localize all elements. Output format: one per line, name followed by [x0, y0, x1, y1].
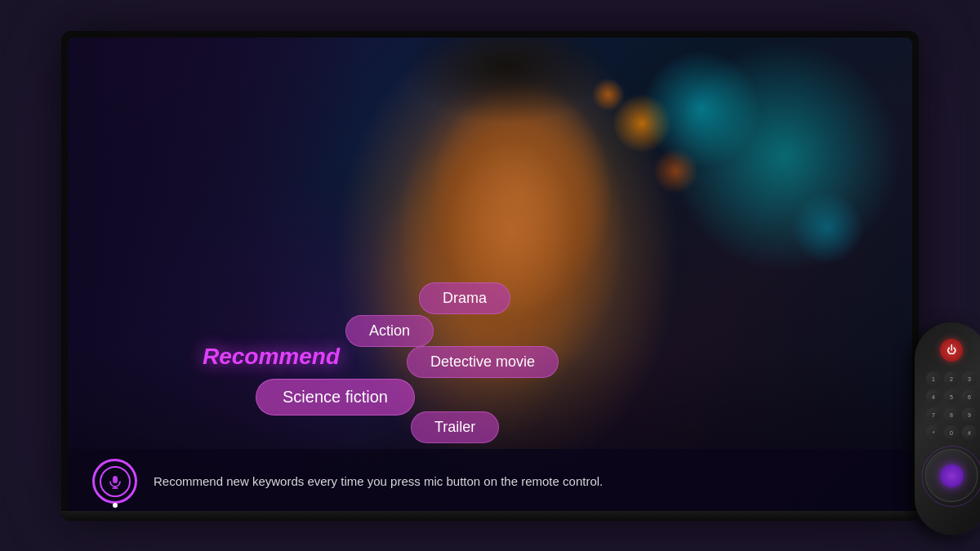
bottom-bar: Recommend new keywords every time you pr…	[68, 449, 912, 514]
remote-btn-hash[interactable]: #	[962, 425, 977, 440]
recommend-label: Recommend	[203, 344, 340, 370]
remote-btn-9[interactable]: 9	[962, 407, 977, 422]
bottom-instruction-text: Recommend new keywords every time you pr…	[154, 474, 888, 488]
dpad-ring[interactable]	[925, 449, 978, 502]
mic-icon[interactable]	[92, 459, 137, 504]
remote-control: ⏻ 1 2 3 4 5 6 7 8 9 * 0 #	[906, 314, 980, 543]
remote-power-button[interactable]: ⏻	[940, 339, 963, 362]
remote-btn-4[interactable]: 4	[926, 389, 941, 404]
remote-btn-star[interactable]: *	[926, 425, 941, 440]
remote-btn-2[interactable]: 2	[944, 371, 959, 386]
remote-numpad: 1 2 3 4 5 6 7 8 9 * 0 #	[926, 371, 977, 440]
remote-btn-6[interactable]: 6	[962, 389, 977, 404]
mic-icon-inner	[100, 466, 131, 497]
remote-btn-5[interactable]: 5	[944, 389, 959, 404]
svg-rect-0	[113, 476, 118, 483]
remote-btn-0[interactable]: 0	[944, 425, 959, 440]
mic-svg	[108, 474, 122, 489]
remote-btn-7[interactable]: 7	[926, 407, 941, 422]
chip-trailer[interactable]: Trailer	[411, 411, 499, 443]
tv-screen: Recommend Drama Action Detective movie S…	[68, 38, 912, 514]
mic-dot	[113, 503, 118, 508]
chip-drama[interactable]: Drama	[419, 282, 510, 314]
tv-bezel-bottom	[61, 511, 919, 521]
chip-science-fiction[interactable]: Science fiction	[256, 379, 415, 415]
dpad-outer-ring	[922, 446, 981, 507]
remote-btn-8[interactable]: 8	[944, 407, 959, 422]
tv-frame: Recommend Drama Action Detective movie S…	[61, 31, 919, 521]
remote-body: ⏻ 1 2 3 4 5 6 7 8 9 * 0 #	[915, 322, 980, 535]
ui-overlay: Recommend Drama Action Detective movie S…	[68, 38, 912, 514]
remote-btn-3[interactable]: 3	[962, 371, 977, 386]
chip-detective-movie[interactable]: Detective movie	[407, 346, 559, 378]
remote-btn-1[interactable]: 1	[926, 371, 941, 386]
chip-action[interactable]: Action	[345, 315, 434, 347]
remote-dpad	[925, 449, 978, 502]
